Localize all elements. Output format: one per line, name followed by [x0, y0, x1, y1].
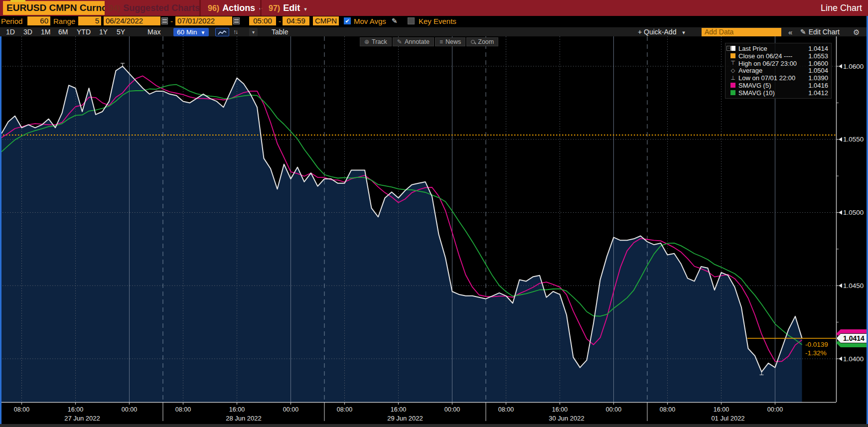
- menu-suggested-charts[interactable]: 94)Suggested Charts: [109, 0, 200, 16]
- y-axis-label: 1.0500: [843, 209, 864, 216]
- range-button-1m[interactable]: 1M: [41, 27, 50, 37]
- range-button-ytd[interactable]: YTD: [77, 27, 91, 37]
- menu-number: 97): [269, 4, 280, 12]
- sort-arrows-button[interactable]: ↑↓: [233, 28, 237, 36]
- chart-toolbar-row: 1D3D1M6MYTD1Y5YMax 60 Min▼ ↑↓ ▾ Table + …: [0, 27, 868, 36]
- menu-label: Actions: [222, 3, 255, 13]
- edit-chart-button[interactable]: ✎Edit Chart: [800, 27, 840, 37]
- legend-row-0[interactable]: Last Price1.0414: [727, 45, 828, 52]
- legend-marker-icon: ⊤: [727, 60, 738, 66]
- annotate-tool-button[interactable]: ✎Annotate: [393, 37, 434, 46]
- legend-value: 1.0553: [805, 52, 828, 60]
- menu-edit[interactable]: 97)Edit▾: [260, 0, 307, 16]
- time-from-input[interactable]: 05:00: [249, 16, 276, 25]
- gear-icon[interactable]: ⚙: [853, 27, 860, 37]
- source-button[interactable]: CMPN: [313, 16, 339, 25]
- time-label: 16:00: [68, 406, 83, 413]
- chart-legend[interactable]: – Last Price1.0414Close on 06/24 ----1.0…: [725, 43, 832, 99]
- menu-label: Edit: [283, 3, 300, 13]
- range-button-1d[interactable]: 1D: [6, 27, 15, 37]
- menu-label: Suggested Charts: [123, 3, 200, 13]
- legend-row-3[interactable]: ◇Average1.0504: [727, 67, 828, 74]
- date-range-dash: -: [170, 17, 173, 26]
- mov-avgs-checkbox[interactable]: ✔: [344, 17, 351, 24]
- news-icon: ≡: [439, 38, 443, 46]
- menu-number: 96): [208, 4, 219, 12]
- area-fill: [1, 66, 802, 402]
- y-label-arrow-icon: [839, 64, 842, 69]
- chevron-down-icon: ▾: [682, 29, 685, 35]
- range-button-3d[interactable]: 3D: [23, 27, 32, 37]
- annotate-icon: ✎: [397, 38, 402, 46]
- legend-expander-icon[interactable]: –: [726, 46, 731, 51]
- time-range-dash: -: [279, 17, 281, 26]
- period-input[interactable]: 60: [27, 16, 50, 25]
- time-label: 08:00: [14, 406, 29, 413]
- legend-swatch: [730, 83, 735, 88]
- legend-value: 1.0504: [805, 67, 828, 74]
- date-label: 28 Jun 2022: [226, 415, 262, 422]
- news-tool-button[interactable]: ≡News: [435, 37, 465, 46]
- legend-swatch-cell: [727, 83, 738, 88]
- quick-add-button[interactable]: + Quick-Add ▾: [638, 27, 685, 37]
- key-events-label: Key Events: [419, 17, 456, 26]
- range-label: Range: [53, 17, 75, 26]
- track-icon: ⊕: [364, 38, 369, 46]
- edit-chart-label: Edit Chart: [809, 28, 840, 36]
- y-axis-label: 1.0400: [843, 355, 864, 363]
- last-price-badge-value: 1.0414: [843, 334, 865, 342]
- window-bottom-strip: [0, 424, 868, 427]
- security-ticker-field[interactable]: EURUSD CMPN Curnc: [3, 1, 105, 15]
- y-axis-label: 1.0450: [843, 282, 864, 289]
- bloomberg-chart-window: EURUSD CMPN Curnc 94)Suggested Charts 96…: [0, 0, 868, 427]
- date-to-input[interactable]: 07/01/2022: [175, 16, 232, 25]
- range-button-5y[interactable]: 5Y: [117, 27, 125, 37]
- range-button-1y[interactable]: 1Y: [99, 27, 108, 37]
- date-label: 27 Jun 2022: [64, 415, 100, 422]
- legend-row-2[interactable]: ⊤High on 06/27 23:001.0600: [727, 60, 828, 67]
- chevron-down-icon: ▾: [304, 6, 307, 12]
- legend-value: 1.0390: [805, 74, 828, 82]
- track-tool-button[interactable]: ⊕Track: [360, 37, 392, 46]
- y-axis-label: 1.0600: [843, 63, 864, 70]
- menu-actions[interactable]: 96)Actions▾: [199, 0, 262, 16]
- time-to-input[interactable]: 04:59: [283, 16, 309, 25]
- date-label: 01 Jul 2022: [711, 415, 744, 422]
- legend-row-6[interactable]: SMAVG (10)1.0412: [727, 89, 828, 97]
- key-events-checkbox[interactable]: [408, 17, 415, 24]
- line-chart-type-button[interactable]: [215, 28, 229, 36]
- chevron-down-icon: ▼: [201, 30, 206, 35]
- time-label: 00:00: [767, 406, 783, 413]
- legend-row-5[interactable]: SMAVG (5)1.0416: [727, 82, 828, 89]
- legend-row-4[interactable]: ⊥Low on 07/01 22:001.0390: [727, 74, 828, 82]
- time-label: 00:00: [283, 406, 298, 413]
- legend-row-1[interactable]: Close on 06/24 ----1.0553: [727, 52, 828, 60]
- table-button[interactable]: Table: [272, 27, 288, 37]
- legend-label: Last Price: [738, 45, 805, 52]
- tool-label: News: [445, 38, 461, 46]
- calendar-icon[interactable]: [233, 17, 240, 24]
- calendar-icon[interactable]: [161, 17, 168, 24]
- legend-swatch-cell: [727, 53, 738, 58]
- pencil-icon[interactable]: ✎: [392, 17, 398, 25]
- range-input[interactable]: 5: [78, 16, 101, 25]
- time-label: 08:00: [498, 406, 514, 413]
- date-from-input[interactable]: 06/24/2022: [104, 16, 160, 25]
- net-change-value: -0.0139: [805, 341, 828, 348]
- collapse-button[interactable]: «: [788, 27, 792, 37]
- chart-type-dropdown[interactable]: ▾: [249, 28, 258, 36]
- pct-change-value: -1.32%: [805, 349, 827, 357]
- legend-label: SMAVG (10): [738, 89, 805, 97]
- legend-label: Low on 07/01 22:00: [738, 74, 805, 82]
- y-label-arrow-icon: [839, 284, 842, 288]
- settings-bar: Period 60 Range 5 06/24/2022 - 07/01/202…: [0, 16, 868, 27]
- chart-floating-toolbar: ⊕Track✎Annotate≡NewsZoom: [360, 37, 498, 46]
- add-data-input[interactable]: Add Data: [702, 28, 781, 36]
- period-label: Period: [1, 17, 22, 26]
- chart-area[interactable]: 1.06001.05501.05001.04501.040008:0016:00…: [0, 36, 868, 427]
- range-button-max[interactable]: Max: [147, 27, 160, 37]
- zoom-tool-button[interactable]: Zoom: [466, 37, 498, 46]
- range-button-6m[interactable]: 6M: [58, 27, 68, 37]
- interval-dropdown[interactable]: 60 Min▼: [173, 28, 209, 36]
- interval-value: 60 Min: [177, 28, 197, 36]
